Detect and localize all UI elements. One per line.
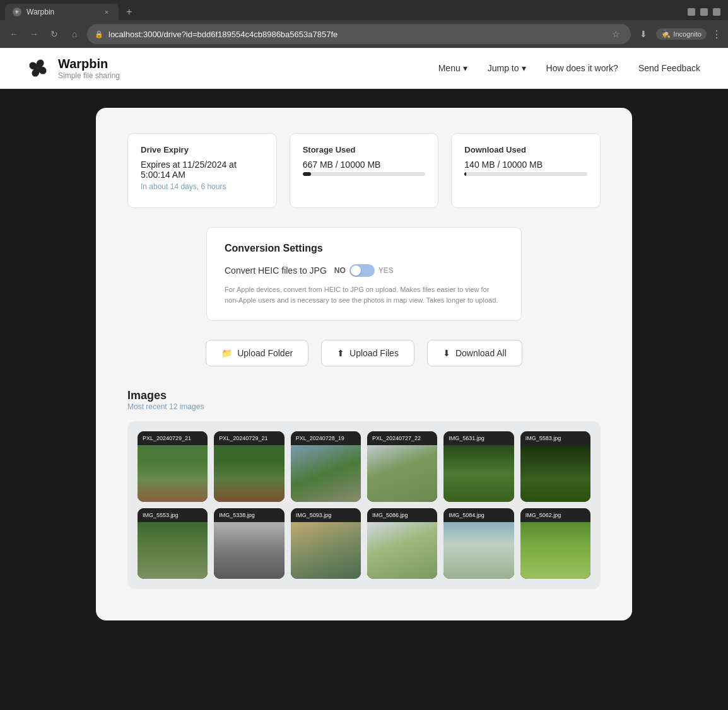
- download-progress-bar: [464, 172, 587, 176]
- toggle-yes-label: YES: [379, 266, 394, 275]
- nav-howworks-button[interactable]: How does it work?: [544, 61, 621, 76]
- back-button[interactable]: ←: [6, 26, 21, 42]
- browser-menu-button[interactable]: ⋮: [712, 28, 722, 40]
- incognito-label: Incognito: [673, 30, 702, 38]
- nav-jumpto-chevron-icon: ▾: [522, 63, 526, 73]
- list-item[interactable]: PXL_20240729_21: [214, 431, 284, 502]
- app-subtitle: Simple file sharing: [58, 71, 120, 80]
- storage-used-title: Storage Used: [303, 145, 426, 154]
- conversion-title: Conversion Settings: [225, 243, 503, 254]
- storage-progress-bar: [303, 172, 426, 176]
- image-label: IMG_5062.jpg: [520, 508, 590, 522]
- toggle-group: NO YES: [334, 264, 394, 277]
- content-card: Drive Expiry Expires at 11/25/2024 at 5:…: [96, 108, 632, 620]
- nav-menu-button[interactable]: Menu ▾: [436, 61, 470, 76]
- drive-expiry-value: Expires at 11/25/2024 at 5:00:14 AM: [141, 160, 264, 180]
- nav-jumpto-button[interactable]: Jump to ▾: [485, 61, 529, 76]
- refresh-button[interactable]: ↻: [47, 26, 62, 42]
- heic-toggle-switch[interactable]: [349, 264, 375, 277]
- image-label: PXL_20240728_19: [291, 431, 361, 445]
- upload-folder-label: Upload Folder: [237, 348, 293, 358]
- list-item[interactable]: IMG_5583.jpg: [520, 431, 590, 502]
- toggle-thumb: [351, 265, 361, 276]
- list-item[interactable]: PXL_20240728_19: [291, 431, 361, 502]
- nav-menu-label: Menu: [438, 63, 461, 73]
- list-item[interactable]: IMG_5084.jpg: [443, 508, 514, 579]
- logo-text: Warpbin Simple file sharing: [58, 57, 120, 80]
- list-item[interactable]: PXL_20240729_21: [138, 431, 208, 502]
- images-section: Images Most recent 12 images PXL_2024072…: [127, 389, 601, 589]
- image-label: PXL_20240727_22: [367, 431, 437, 445]
- upload-folder-button[interactable]: 📁 Upload Folder: [206, 340, 308, 366]
- app-logo: Warpbin Simple file sharing: [25, 55, 120, 81]
- toggle-no-label: NO: [334, 266, 346, 275]
- list-item[interactable]: IMG_5093.jpg: [291, 508, 361, 579]
- main-background: Drive Expiry Expires at 11/25/2024 at 5:…: [0, 89, 728, 656]
- conversion-settings-box: Conversion Settings Convert HEIC files t…: [206, 227, 522, 321]
- images-title: Images: [127, 389, 601, 402]
- app-header: Warpbin Simple file sharing Menu ▾ Jump …: [0, 48, 728, 89]
- image-thumbnail: [443, 445, 514, 502]
- new-tab-button[interactable]: +: [121, 4, 137, 20]
- file-upload-icon: ⬆: [337, 348, 344, 358]
- image-thumbnail: [138, 445, 208, 502]
- download-cloud-icon: ⬇: [443, 348, 450, 358]
- image-thumbnail: [520, 445, 590, 502]
- home-button[interactable]: ⌂: [67, 26, 82, 42]
- window-restore-button[interactable]: [700, 8, 708, 16]
- image-label: IMG_5583.jpg: [520, 431, 590, 445]
- images-header: Images Most recent 12 images: [127, 389, 601, 411]
- nav-feedback-button[interactable]: Send Feedback: [636, 61, 703, 76]
- list-item[interactable]: IMG_5338.jpg: [214, 508, 284, 579]
- list-item[interactable]: PXL_20240727_22: [367, 431, 437, 502]
- url-input[interactable]: [109, 30, 603, 39]
- upload-files-label: Upload Files: [349, 348, 399, 358]
- image-thumbnail: [214, 445, 284, 502]
- drive-expiry-title: Drive Expiry: [141, 145, 264, 154]
- download-progress-fill: [464, 172, 466, 176]
- conversion-row: Convert HEIC files to JPG NO YES: [225, 264, 503, 277]
- list-item[interactable]: IMG_5062.jpg: [520, 508, 590, 579]
- bookmark-button[interactable]: ☆: [608, 26, 623, 42]
- forward-button[interactable]: →: [26, 26, 42, 42]
- image-label: IMG_5553.jpg: [138, 508, 208, 522]
- browser-tab[interactable]: ✳ Warpbin ×: [5, 4, 119, 20]
- image-label: IMG_5084.jpg: [443, 508, 514, 522]
- list-item[interactable]: IMG_5086.jpg: [367, 508, 437, 579]
- stat-card-drive-expiry: Drive Expiry Expires at 11/25/2024 at 5:…: [127, 133, 277, 208]
- nav-menu-chevron-icon: ▾: [463, 63, 467, 73]
- tab-title: Warpbin: [26, 8, 97, 16]
- stat-card-storage-used: Storage Used 667 MB / 10000 MB: [290, 133, 439, 208]
- warpbin-logo-icon: [25, 55, 50, 81]
- download-all-button[interactable]: ⬇ Download All: [427, 340, 522, 366]
- tab-favicon: ✳: [13, 8, 21, 16]
- nav-howworks-label: How does it work?: [546, 63, 618, 73]
- storage-progress-fill: [303, 172, 311, 176]
- image-thumbnail: [291, 522, 361, 579]
- storage-used-value: 667 MB / 10000 MB: [303, 160, 426, 170]
- image-thumbnail: [520, 522, 590, 579]
- download-used-title: Download Used: [464, 145, 587, 154]
- conversion-description: For Apple devices, convert from HEIC to …: [225, 284, 503, 305]
- image-thumbnail: [367, 445, 437, 502]
- nav-jumpto-label: Jump to: [488, 63, 519, 73]
- upload-files-button[interactable]: ⬆ Upload Files: [321, 340, 414, 366]
- tab-close-button[interactable]: ×: [102, 8, 111, 16]
- list-item[interactable]: IMG_5553.jpg: [138, 508, 208, 579]
- conversion-label: Convert HEIC files to JPG: [225, 265, 327, 276]
- image-label: PXL_20240729_21: [214, 431, 284, 445]
- image-thumbnail: [138, 522, 208, 579]
- list-item[interactable]: IMG_5631.jpg: [443, 431, 514, 502]
- address-bar: 🔒 ☆: [87, 24, 631, 44]
- window-close-button[interactable]: [713, 8, 720, 16]
- image-label: PXL_20240729_21: [138, 431, 208, 445]
- image-label: IMG_5631.jpg: [443, 431, 514, 445]
- stat-card-download-used: Download Used 140 MB / 10000 MB: [451, 133, 601, 208]
- download-used-value: 140 MB / 10000 MB: [464, 160, 587, 170]
- window-minimize-button[interactable]: [688, 8, 695, 16]
- browser-download-button[interactable]: ⬇: [636, 26, 651, 42]
- nav-feedback-label: Send Feedback: [638, 63, 700, 73]
- app-name: Warpbin: [58, 57, 120, 71]
- image-label: IMG_5086.jpg: [367, 508, 437, 522]
- drive-expiry-sub: In about 14 days, 6 hours: [141, 182, 264, 191]
